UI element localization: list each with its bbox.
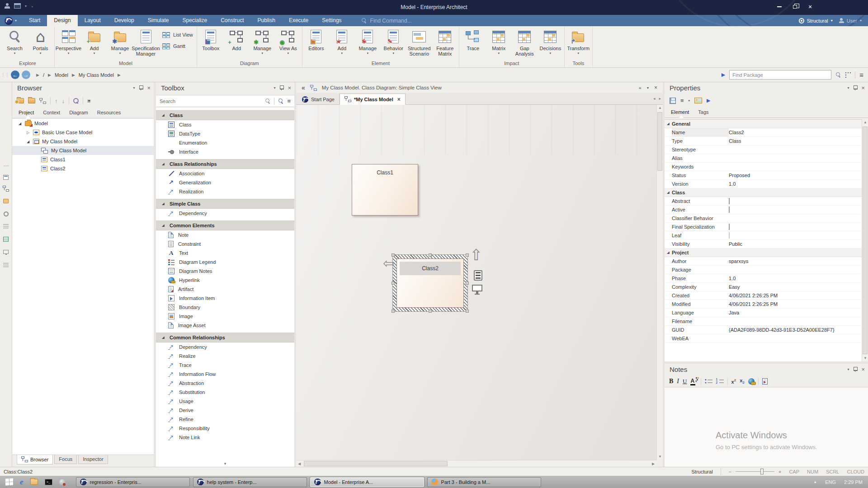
properties-tab-element[interactable]: Element <box>671 109 689 115</box>
class1-element[interactable]: Class1 <box>352 164 418 216</box>
toolbox-item-note-link[interactable]: Note Link <box>156 433 294 442</box>
toolbox-item-substitution[interactable]: Substitution <box>156 388 294 397</box>
toolbox-search-input[interactable] <box>160 99 261 104</box>
property-value[interactable]: 1.0 <box>729 181 862 187</box>
ribbon-button-specification-manager[interactable]: SpecificationManager <box>133 27 159 60</box>
checkbox-leaf[interactable] <box>729 232 730 239</box>
restore-button[interactable] <box>789 3 800 11</box>
browser-tab-resources[interactable]: Resources <box>97 110 121 115</box>
scrollbar-thumb[interactable] <box>657 112 662 171</box>
collapse-icon[interactable]: ◢ <box>161 113 165 117</box>
checkbox-abstract[interactable] <box>729 198 730 204</box>
toolbox-item-image[interactable]: Image <box>156 312 294 321</box>
user-menu[interactable]: User ▾ <box>839 18 862 23</box>
property-value[interactable] <box>729 233 862 238</box>
toolbox-item-refine[interactable]: Refine <box>156 415 294 424</box>
dock-panel-icon-8[interactable] <box>3 262 9 268</box>
scroll-tabs-right-icon[interactable]: ▸ <box>659 96 661 101</box>
toolbox-item-information-item[interactable]: Information Item <box>156 294 294 303</box>
advanced-search-icon[interactable] <box>278 99 283 104</box>
link-icon[interactable] <box>73 98 79 103</box>
ribbon-button-list-view[interactable]: List View <box>161 31 193 38</box>
scroll-left-icon[interactable]: ◀ <box>296 460 302 467</box>
class2-element[interactable]: Class2 <box>396 258 464 308</box>
toolbox-item-artifact[interactable]: Artifact <box>156 285 294 294</box>
scrollbar-thumb[interactable] <box>863 127 868 354</box>
ribbon-button-gap-analysis[interactable]: GapAnalysis <box>512 27 538 60</box>
open-document-button[interactable] <box>762 378 768 385</box>
internet-explorer-icon[interactable]: e <box>20 478 24 486</box>
property-value[interactable] <box>729 224 862 230</box>
dock-panel-icon-1[interactable] <box>3 174 9 180</box>
ribbon-tab-construct[interactable]: Construct <box>214 15 250 26</box>
zoom-in-button[interactable]: + <box>778 469 781 474</box>
property-value[interactable]: sparxsys <box>729 258 862 264</box>
ribbon-button-add[interactable]: ★Add▾ <box>329 27 355 60</box>
toolbox-item-usage[interactable]: Usage <box>156 397 294 406</box>
close-tab-icon[interactable]: × <box>397 96 401 103</box>
panel-dropdown-icon[interactable]: ▾ <box>847 86 849 90</box>
file-explorer-icon[interactable] <box>30 479 38 485</box>
tree-item-model[interactable]: ◢ Model <box>12 119 154 128</box>
status-toggle-num[interactable]: NUM <box>807 469 818 474</box>
navigate-forward-button[interactable]: → <box>22 70 30 79</box>
toolbox-item-realization[interactable]: Realization <box>156 187 294 196</box>
font-color-button[interactable]: A▾ <box>690 378 697 385</box>
folder-icon[interactable] <box>28 98 35 103</box>
resize-handle[interactable] <box>466 282 469 285</box>
toolbox-item-datatype[interactable]: DataType <box>156 129 294 138</box>
property-value[interactable] <box>729 207 862 212</box>
find-package-input[interactable] <box>729 70 831 80</box>
breadcrumb-item-model[interactable]: Model <box>55 72 68 78</box>
toolbox-menu-icon[interactable]: ≡ <box>287 98 291 104</box>
ribbon-button-transform[interactable]: ↱Transform▾ <box>566 27 591 60</box>
browser-tab-context[interactable]: Context <box>43 110 60 115</box>
ribbon-button-add[interactable]: +Add▾ <box>81 27 107 60</box>
search-icon[interactable] <box>835 72 841 78</box>
save-icon[interactable] <box>670 98 676 104</box>
zoom-out-button[interactable]: − <box>729 469 731 474</box>
move-up-icon[interactable]: ↑ <box>55 98 58 104</box>
ribbon-button-behavior[interactable]: ✎Behavior▾ <box>381 27 406 60</box>
minimize-button[interactable] <box>774 3 785 11</box>
ribbon-button-decisions[interactable]: Decisions▾ <box>538 27 563 60</box>
resize-handle[interactable] <box>392 282 395 285</box>
ribbon-tab-settings[interactable]: Settings <box>315 15 348 26</box>
property-value[interactable]: 4/06/2021 2:26:25 PM <box>729 301 862 307</box>
property-section-general[interactable]: ◢General <box>665 120 862 128</box>
collapse-icon[interactable]: ◢ <box>161 202 165 206</box>
start-button[interactable] <box>5 478 13 485</box>
toolbox-item-text[interactable]: Text <box>156 249 294 258</box>
scroll-right-icon[interactable]: ▶ <box>650 460 656 467</box>
taskbar-button-regression-enterpris[interactable]: regression - Enterpris... <box>76 477 190 487</box>
chevron-down-icon[interactable]: ▾ <box>689 99 690 103</box>
checkbox-active[interactable] <box>729 206 730 213</box>
diagram-tab-start-page[interactable]: Start Page <box>297 94 340 104</box>
toolbox-item-realize[interactable]: Realize <box>156 352 294 361</box>
expand-icon[interactable]: ▷ <box>26 131 30 135</box>
superscript-button[interactable]: x2 <box>731 378 736 385</box>
underline-button[interactable]: U <box>683 378 687 385</box>
ribbon-button-portals[interactable]: ⌂Portals▾ <box>28 27 53 60</box>
pin-icon[interactable] <box>139 85 143 90</box>
property-value[interactable]: Public <box>729 241 862 247</box>
bold-button[interactable]: B <box>669 378 673 385</box>
find-command[interactable]: Find Command... <box>361 15 412 26</box>
grid-options-icon[interactable] <box>845 72 851 78</box>
toolbox-item-note[interactable]: Note <box>156 230 294 239</box>
status-toggle-scrl[interactable]: SCRL <box>826 469 839 474</box>
close-icon[interactable]: × <box>861 367 865 372</box>
ribbon-button-manage[interactable]: ✱Manage▾ <box>250 27 275 60</box>
toolbox-item-trace[interactable]: Trace <box>156 361 294 370</box>
numbered-list-button[interactable] <box>716 379 724 384</box>
toolbox-scroll-more-icon[interactable]: ▾ <box>224 461 226 466</box>
toolbox-section-class[interactable]: ◢Class <box>156 110 294 120</box>
ribbon-button-feature-matrix[interactable]: FeatureMatrix <box>432 27 458 60</box>
status-toggle-cloud[interactable]: CLOUD <box>847 469 864 474</box>
ribbon-button-toolbox[interactable]: ▦Toolbox <box>198 27 224 60</box>
scroll-tabs-left-icon[interactable]: ◂ <box>653 96 656 101</box>
move-down-icon[interactable]: ↓ <box>62 98 65 104</box>
zoom-slider[interactable] <box>736 471 774 472</box>
features-list-icon[interactable] <box>474 270 482 281</box>
toolbox-section-common-relationships[interactable]: ◢Common Relationships <box>156 333 294 343</box>
